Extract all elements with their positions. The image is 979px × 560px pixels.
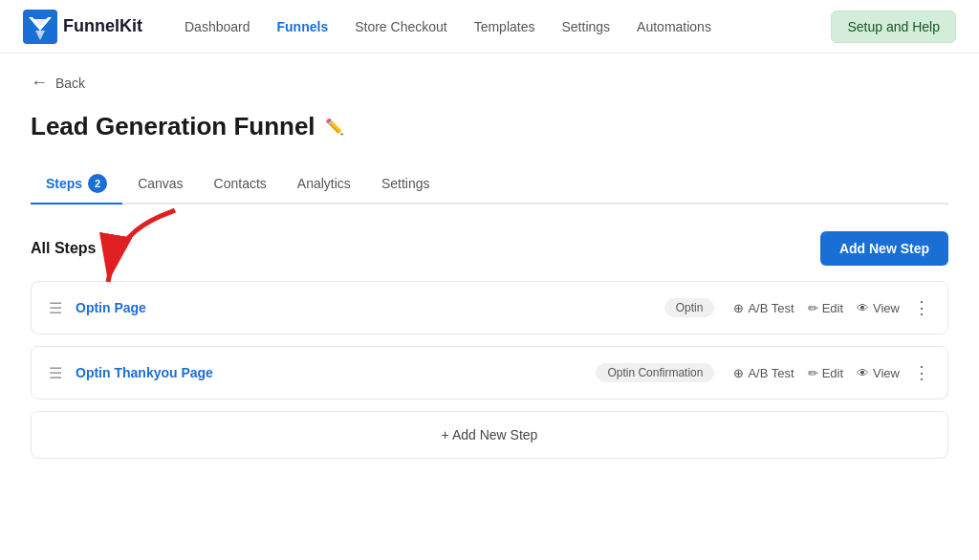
tab-settings[interactable]: Settings [366, 166, 446, 203]
tab-steps[interactable]: Steps 2 [31, 164, 122, 205]
step-badge-1: Optin [664, 298, 715, 317]
ab-test-label-1: A/B Test [748, 301, 794, 315]
nav-templates[interactable]: Templates [463, 11, 547, 42]
step-name-1[interactable]: Optin Page [76, 300, 664, 315]
edit-title-icon[interactable]: ✏️ [325, 118, 344, 136]
steps-header: All Steps Add New Step [31, 231, 948, 266]
back-arrow-icon: ← [31, 73, 48, 93]
ab-test-icon-2: ⊕ [733, 366, 744, 380]
view-icon-1: 👁 [857, 301, 869, 315]
setup-help-button[interactable]: Setup and Help [831, 11, 956, 43]
step-actions-1: ⊕ A/B Test ✏ Edit 👁 View ⋮ [733, 297, 930, 318]
nav-right: Setup and Help [831, 11, 956, 43]
edit-action-2[interactable]: ✏ Edit [808, 366, 843, 380]
view-label-2: View [873, 366, 900, 380]
tab-settings-label: Settings [381, 176, 430, 191]
nav-settings[interactable]: Settings [550, 11, 621, 42]
nav-store-checkout[interactable]: Store Checkout [343, 11, 459, 42]
tab-steps-badge: 2 [88, 174, 107, 193]
nav-funnels[interactable]: Funnels [266, 11, 340, 42]
add-step-footer-label: + Add New Step [442, 427, 538, 442]
ab-test-action-2[interactable]: ⊕ A/B Test [733, 366, 794, 380]
edit-action-1[interactable]: ✏ Edit [808, 301, 843, 315]
view-action-2[interactable]: 👁 View [857, 366, 900, 380]
step-name-2[interactable]: Optin Thankyou Page [76, 365, 596, 380]
ab-test-label-2: A/B Test [748, 366, 794, 380]
tab-canvas[interactable]: Canvas [122, 166, 198, 203]
nav-automations[interactable]: Automations [625, 11, 723, 42]
edit-icon-1: ✏ [808, 301, 818, 315]
more-options-1[interactable]: ⋮ [913, 297, 930, 318]
edit-label-2: Edit [822, 366, 843, 380]
view-icon-2: 👁 [857, 366, 869, 380]
edit-label-1: Edit [822, 301, 843, 315]
step-actions-2: ⊕ A/B Test ✏ Edit 👁 View ⋮ [733, 362, 930, 383]
tab-contacts-label: Contacts [214, 176, 267, 191]
logo[interactable]: FunnelKit [23, 10, 142, 44]
drag-handle-2[interactable]: ☰ [49, 364, 62, 382]
more-options-2[interactable]: ⋮ [913, 362, 930, 383]
tab-analytics[interactable]: Analytics [282, 166, 366, 203]
step-row-1: ☰ Optin Page Optin ⊕ A/B Test ✏ Edit 👁 V… [31, 281, 948, 334]
logo-text: FunnelKit [63, 16, 142, 36]
all-steps-title: All Steps [31, 240, 96, 257]
step-badge-2: Optin Confirmation [596, 363, 714, 382]
ab-test-icon-1: ⊕ [733, 301, 744, 315]
tab-canvas-label: Canvas [138, 176, 183, 191]
back-nav[interactable]: ← Back [31, 73, 948, 93]
view-action-1[interactable]: 👁 View [857, 301, 900, 315]
tabs: Steps 2 Canvas Contacts Analytics Settin… [31, 164, 948, 205]
page-title-row: Lead Generation Funnel ✏️ [31, 112, 948, 141]
step-row-2: ☰ Optin Thankyou Page Optin Confirmation… [31, 346, 948, 399]
tab-steps-label: Steps [46, 176, 82, 191]
main-content: ← Back Lead Generation Funnel ✏️ Steps 2… [0, 54, 979, 478]
ab-test-action-1[interactable]: ⊕ A/B Test [733, 301, 794, 315]
nav-dashboard[interactable]: Dashboard [173, 11, 262, 42]
add-new-step-button[interactable]: Add New Step [820, 231, 948, 266]
drag-handle-1[interactable]: ☰ [49, 299, 62, 317]
tab-contacts[interactable]: Contacts [199, 166, 282, 203]
add-step-footer[interactable]: + Add New Step [31, 411, 948, 459]
funnelkit-logo-icon [23, 10, 57, 44]
page-title: Lead Generation Funnel [31, 112, 315, 141]
tab-analytics-label: Analytics [297, 176, 351, 191]
navbar: FunnelKit Dashboard Funnels Store Checko… [0, 0, 979, 54]
edit-icon-2: ✏ [808, 366, 818, 380]
view-label-1: View [873, 301, 900, 315]
back-label: Back [55, 75, 85, 91]
nav-links: Dashboard Funnels Store Checkout Templat… [173, 11, 831, 42]
